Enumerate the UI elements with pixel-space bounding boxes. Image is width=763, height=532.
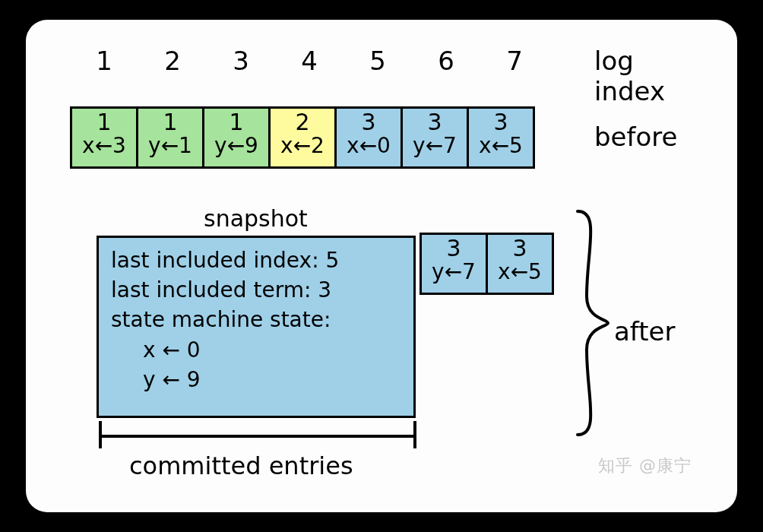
log-index-label: log index — [594, 46, 708, 106]
snapshot-line-2: last included term: 3 — [111, 275, 401, 305]
before-entry-6: 3y←7 — [400, 106, 469, 169]
after-entry-6: 3y←7 — [419, 233, 488, 295]
entry-cmd: y←7 — [403, 135, 467, 157]
snapshot-title: snapshot — [204, 205, 308, 232]
committed-tick-left — [99, 421, 102, 448]
entry-cmd: x←0 — [337, 135, 400, 157]
snapshot-line-3: state machine state: — [111, 305, 401, 334]
entry-cmd: y←9 — [204, 135, 268, 157]
log-index-5: 5 — [344, 46, 412, 76]
entry-term: 3 — [337, 110, 400, 135]
after-label: after — [614, 316, 675, 347]
entry-cmd: y←1 — [138, 135, 202, 157]
entry-cmd: x←5 — [488, 261, 552, 283]
diagram-stage: 1 2 3 4 5 6 7 log index 1x←3 1y←1 1y←9 2… — [70, 46, 708, 489]
entry-cmd: x←2 — [271, 135, 334, 157]
before-entry-3: 1y←9 — [202, 106, 271, 169]
after-entry-7: 3x←5 — [486, 233, 554, 295]
diagram-card: 1 2 3 4 5 6 7 log index 1x←3 1y←1 1y←9 2… — [26, 20, 737, 512]
entry-term: 1 — [138, 110, 202, 135]
entry-term: 3 — [422, 236, 486, 261]
log-index-6: 6 — [412, 46, 480, 76]
committed-entries-label: committed entries — [129, 451, 353, 480]
entry-term: 1 — [72, 110, 136, 135]
entry-term: 3 — [488, 236, 552, 261]
before-entry-2: 1y←1 — [136, 106, 204, 169]
before-entry-5: 3x←0 — [334, 106, 403, 169]
snapshot-box: last included index: 5 last included ter… — [97, 236, 416, 418]
committed-entries-arrow — [99, 427, 416, 445]
entry-term: 3 — [403, 110, 467, 135]
entry-term: 1 — [204, 110, 268, 135]
log-index-2: 2 — [138, 46, 207, 76]
before-label: before — [594, 122, 677, 152]
snapshot-line-4: x ← 0 — [111, 335, 401, 365]
log-index-7: 7 — [480, 46, 549, 76]
snapshot-line-5: y ← 9 — [111, 365, 401, 394]
committed-tick-right — [413, 421, 416, 448]
log-index-1: 1 — [70, 46, 138, 76]
entry-term: 3 — [469, 110, 533, 135]
entry-cmd: x←5 — [469, 135, 533, 157]
before-entry-7: 3x←5 — [467, 106, 535, 169]
log-index-4: 4 — [275, 46, 344, 76]
watermark: 知乎 @康宁 — [598, 454, 692, 477]
log-index-3: 3 — [207, 46, 275, 76]
before-entry-1: 1x←3 — [70, 106, 138, 169]
brace-icon — [564, 205, 614, 441]
entry-term: 2 — [271, 110, 334, 135]
before-entry-4: 2x←2 — [268, 106, 337, 169]
committed-line — [99, 435, 416, 438]
entry-cmd: x←3 — [72, 135, 136, 157]
entry-cmd: y←7 — [422, 261, 486, 283]
snapshot-line-1: last included index: 5 — [111, 245, 401, 275]
